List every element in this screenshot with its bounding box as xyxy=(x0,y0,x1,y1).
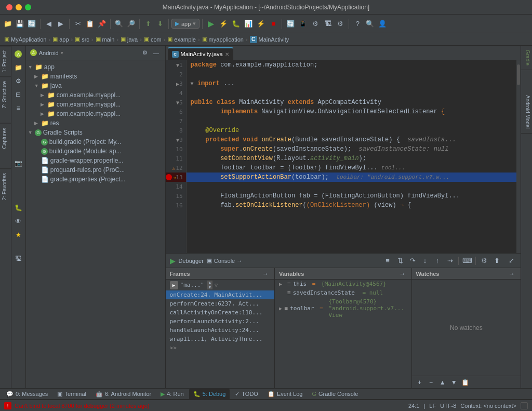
android-icon[interactable]: A xyxy=(12,48,24,60)
filter-strip-icon[interactable]: ⊟ xyxy=(12,88,24,101)
lock-icon[interactable] xyxy=(521,402,528,409)
frame-row-wrap[interactable]: wrap11...1, ActivityThre... xyxy=(166,335,275,343)
frame-row-callactivity[interactable]: callActivityOnCreate:110... xyxy=(166,308,275,317)
sdk-manager-icon[interactable]: ⚙ xyxy=(310,18,321,30)
folder-icon-strip[interactable]: 📁 xyxy=(12,61,24,74)
breadcrumb-myapplication[interactable]: ▣ MyApplication xyxy=(4,36,46,43)
frame-row-performcreate[interactable]: performCreate:6237, Act... xyxy=(166,299,275,308)
tree-item-app[interactable]: ▼ 📁 app xyxy=(26,62,165,72)
bottom-tab-android-monitor[interactable]: 🤖 6: Android Monitor xyxy=(91,389,155,399)
android-model-panel-label[interactable]: Android Model xyxy=(521,91,532,133)
frame-down[interactable]: ▼ xyxy=(207,285,212,289)
breadcrumb-app[interactable]: ▣ app xyxy=(52,36,69,43)
android-dropdown[interactable]: A Android ▾ xyxy=(30,49,63,56)
breadcrumb-src[interactable]: ▣ src xyxy=(75,36,89,43)
coverage-button[interactable]: 📊 xyxy=(243,18,254,30)
expand-debug-btn[interactable]: ⤢ xyxy=(506,256,516,266)
apply-changes-button[interactable]: ⚡ xyxy=(255,18,267,30)
replace-icon[interactable]: 🔎 xyxy=(125,18,137,30)
bottom-tab-eventlog[interactable]: 📋 Event Log xyxy=(263,389,307,399)
tab-close-button[interactable]: ✕ xyxy=(225,51,229,57)
paste-icon[interactable]: 📌 xyxy=(96,18,108,30)
breadcrumb-myapplication2[interactable]: ▣ myapplication xyxy=(202,36,244,43)
evaluate-expression[interactable]: ⌨ xyxy=(462,256,472,266)
star-icon[interactable]: ★ xyxy=(12,229,24,241)
profile-button[interactable]: ⚡ xyxy=(218,18,229,30)
debug-settings[interactable]: ⚙ xyxy=(479,256,489,266)
debug-step-out[interactable]: ↑ xyxy=(432,256,443,266)
tree-item-com-example-2[interactable]: ▶ 📁 com.example.myappl... xyxy=(26,100,165,109)
open-folder-icon[interactable]: 📁 xyxy=(2,18,14,30)
debug-run-button[interactable]: 🐛 xyxy=(230,18,242,30)
cut-icon[interactable]: ✂ xyxy=(72,18,84,30)
error-icon[interactable]: ! xyxy=(4,402,11,409)
tree-item-res[interactable]: ▶ 📁 res xyxy=(26,118,165,128)
gradle-sync-icon[interactable]: 🔄 xyxy=(285,18,296,30)
collapse-strip-icon[interactable]: ≡ xyxy=(12,102,24,114)
debug-strip-icon[interactable]: 🐛 xyxy=(12,202,24,214)
back-icon[interactable]: ◀ xyxy=(43,18,55,30)
frame-row-ma[interactable]: ▶ "ma..." ▲ ▼ ▽ xyxy=(166,280,275,290)
frame-row-oncreate[interactable]: onCreate:24, MainActivit... xyxy=(166,290,275,299)
prev-method-icon[interactable]: ⬆ xyxy=(142,18,154,30)
tree-item-build-gradle-project[interactable]: ▶ G build.gradle (Project: My... xyxy=(26,137,165,147)
frame-up[interactable]: ▲ xyxy=(207,281,212,285)
bottom-tab-run[interactable]: ▶ 4: Run xyxy=(156,389,188,399)
add-watch-button[interactable]: + xyxy=(415,378,424,387)
capture-icon[interactable]: 📷 xyxy=(12,157,24,169)
maximize-button[interactable] xyxy=(25,4,31,10)
tree-item-java[interactable]: ▼ 📁 java xyxy=(26,81,165,90)
console-tab[interactable]: ▣ Console → xyxy=(207,257,242,264)
main-activity-tab[interactable]: C MainActivity.java ✕ xyxy=(168,47,233,60)
frame-row-performlaunch[interactable]: performLaunchActivity:2... xyxy=(166,317,275,326)
tree-item-com-example-3[interactable]: ▶ 📁 com.example.myappl... xyxy=(26,109,165,118)
run-config-dropdown[interactable]: ▶ app ▾ xyxy=(171,19,200,29)
remove-watch-button[interactable]: − xyxy=(427,378,436,387)
code-content[interactable]: package com.example.myapplication; ▼ imp… xyxy=(187,60,517,253)
forward-icon[interactable]: ▶ xyxy=(55,18,66,30)
status-encoding[interactable]: UTF-8 xyxy=(440,403,456,409)
gradle-panel-label[interactable]: Gradle xyxy=(521,46,532,70)
line-separator[interactable]: LF xyxy=(429,403,436,409)
breadcrumb-main[interactable]: ▣ main xyxy=(96,36,115,43)
project-panel-label[interactable]: 1: Project xyxy=(0,46,11,76)
stop-button[interactable]: ■ xyxy=(268,18,279,30)
search-everywhere-icon[interactable]: 🔍 xyxy=(364,18,376,30)
var-row-toolbar[interactable]: ▶ ≡ toolbar = {Toolbar@4570} "android.su… xyxy=(275,297,411,320)
bottom-tab-terminal[interactable]: ▣ Terminal xyxy=(53,389,90,399)
vertical-scrollbar[interactable] xyxy=(516,60,521,253)
build-variants-icon[interactable]: 🏗 xyxy=(12,253,24,265)
tree-item-com-example-1[interactable]: ▶ 📁 com.example.myappl... xyxy=(26,90,165,100)
breadcrumb-com[interactable]: ▣ com xyxy=(144,36,162,43)
project-structure-icon[interactable]: 🏗 xyxy=(322,18,334,30)
sync-icon[interactable]: 🔄 xyxy=(26,18,37,30)
minimize-button[interactable] xyxy=(16,4,22,10)
copy-watch-button[interactable]: 📋 xyxy=(461,378,470,387)
run-button[interactable]: ▶ xyxy=(205,18,217,30)
settings-action-icon[interactable]: ⚙ xyxy=(140,48,150,58)
breadcrumb-example[interactable]: ▣ example xyxy=(167,36,196,43)
eye-icon[interactable]: 👁 xyxy=(12,215,24,228)
frame-stepper[interactable]: ▲ ▼ xyxy=(207,281,212,289)
tree-item-gradle-properties[interactable]: ▶ 📄 gradle.properties (Project... xyxy=(26,175,165,184)
play-debug-icon[interactable]: ▶ xyxy=(170,257,176,265)
copy-icon[interactable]: 📋 xyxy=(84,18,96,30)
debug-sort-icon[interactable]: ⇅ xyxy=(395,256,405,266)
breadcrumb-mainactivity[interactable]: C MainActivity xyxy=(250,36,289,43)
watch-up-button[interactable]: ▲ xyxy=(438,378,447,387)
tree-item-proguard[interactable]: ▶ 📄 proguard-rules.pro (ProC... xyxy=(26,165,165,175)
captures-panel-label[interactable]: Captures xyxy=(0,123,11,153)
debugger-tab[interactable]: Debugger xyxy=(179,258,204,264)
frame-row-handlelaunch[interactable]: handleLaunchActivity:24... xyxy=(166,326,275,335)
debug-run-to-cursor[interactable]: ⇢ xyxy=(445,256,455,266)
import-fold[interactable]: ▼ xyxy=(191,81,194,87)
var-row-savedinstance[interactable]: ≡ savedInstanceState = null xyxy=(275,288,411,297)
bottom-tab-gradle-console[interactable]: G Gradle Console xyxy=(308,389,362,399)
var-row-this[interactable]: ▶ ≡ this = {MainActivity@4567} xyxy=(275,280,411,288)
tree-item-build-gradle-module[interactable]: ▶ G build.gradle (Module: ap... xyxy=(26,147,165,156)
collapse-action-icon[interactable]: — xyxy=(152,48,161,58)
debug-step-over[interactable]: ↷ xyxy=(407,256,418,266)
tree-item-manifests[interactable]: ▶ 📁 manifests xyxy=(26,72,165,81)
tree-item-gradle-wrapper[interactable]: ▶ 📄 gradle-wrapper.propertie... xyxy=(26,156,165,165)
user-icon[interactable]: 👤 xyxy=(377,18,388,30)
